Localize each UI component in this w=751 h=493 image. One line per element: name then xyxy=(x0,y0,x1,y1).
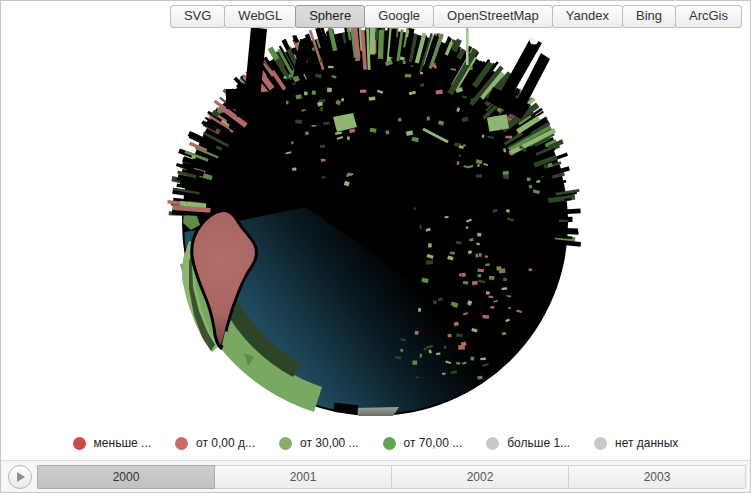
legend-marker xyxy=(486,437,499,450)
legend-marker xyxy=(175,437,188,450)
legend-label: меньше ... xyxy=(94,436,151,450)
globe-viewport[interactable] xyxy=(1,1,750,492)
timeline: 2000 2001 2002 2003 xyxy=(1,460,750,492)
play-icon xyxy=(17,472,25,482)
year-segment-2003[interactable]: 2003 xyxy=(568,465,746,489)
legend-marker xyxy=(594,437,607,450)
legend-label: больше 1... xyxy=(507,436,570,450)
tab-sphere[interactable]: Sphere xyxy=(295,5,365,28)
play-button[interactable] xyxy=(8,465,32,489)
tab-svg[interactable]: SVG xyxy=(170,5,225,28)
legend-item[interactable]: больше 1... xyxy=(486,436,570,450)
legend-label: от 30,00 ... xyxy=(300,436,359,450)
legend-marker xyxy=(73,437,86,450)
legend-item[interactable]: меньше ... xyxy=(73,436,151,450)
legend-marker xyxy=(279,437,292,450)
tab-openstreetmap[interactable]: OpenStreetMap xyxy=(433,5,553,28)
year-segment-2000[interactable]: 2000 xyxy=(37,465,215,489)
tab-bing[interactable]: Bing xyxy=(622,5,676,28)
year-track: 2000 2001 2002 2003 xyxy=(37,465,746,489)
year-segment-2002[interactable]: 2002 xyxy=(391,465,569,489)
legend: меньше ... от 0,00 д... от 30,00 ... от … xyxy=(1,432,750,454)
tab-yandex[interactable]: Yandex xyxy=(552,5,623,28)
legend-label: от 0,00 д... xyxy=(196,436,255,450)
year-segment-2001[interactable]: 2001 xyxy=(214,465,392,489)
legend-label: от 70,00 ... xyxy=(404,436,463,450)
tab-webgl[interactable]: WebGL xyxy=(224,5,296,28)
legend-marker xyxy=(383,437,396,450)
legend-item[interactable]: от 70,00 ... xyxy=(383,436,463,450)
map-provider-tabs: SVG WebGL Sphere Google OpenStreetMap Ya… xyxy=(171,5,742,28)
legend-item[interactable]: нет данных xyxy=(594,436,678,450)
legend-label: нет данных xyxy=(615,436,678,450)
legend-item[interactable]: от 0,00 д... xyxy=(175,436,255,450)
tab-arcgis[interactable]: ArcGis xyxy=(675,5,742,28)
legend-item[interactable]: от 30,00 ... xyxy=(279,436,359,450)
tab-google[interactable]: Google xyxy=(364,5,434,28)
app-window: SVG WebGL Sphere Google OpenStreetMap Ya… xyxy=(0,0,751,493)
globe-canvas[interactable] xyxy=(1,1,751,493)
